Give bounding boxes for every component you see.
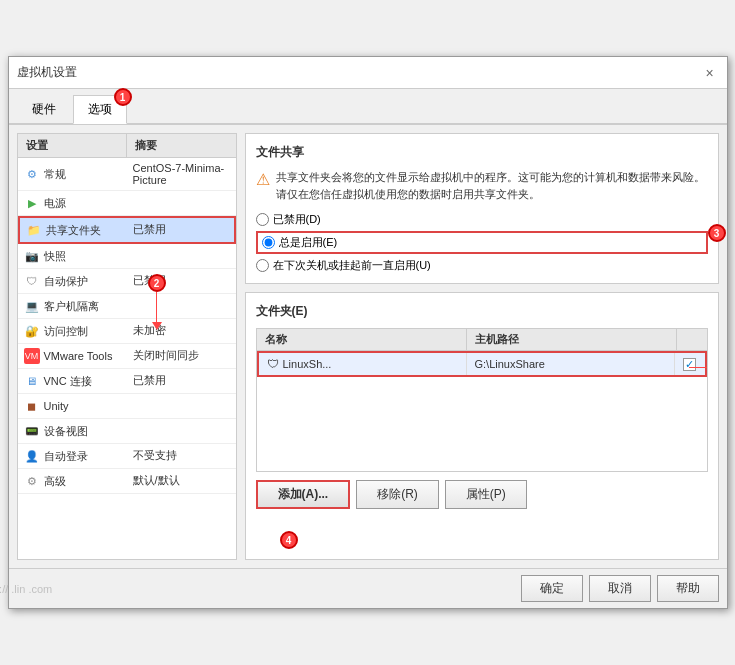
- radio-next-start[interactable]: [256, 259, 269, 272]
- tab-bar: 硬件 选项 1: [9, 89, 727, 125]
- main-dialog: 虚拟机设置 × 硬件 选项 1 设置 摘要 ⚙ 常规 Cent: [8, 56, 728, 609]
- setting-vmwaretools[interactable]: VM VMware Tools 关闭时间同步: [18, 344, 236, 369]
- unity-icon: ◼: [24, 398, 40, 414]
- watermark: http:// .lin .com: [0, 583, 266, 595]
- col-settings: 设置: [18, 134, 127, 157]
- setting-snapshot[interactable]: 📷 快照: [18, 244, 236, 269]
- setting-advanced[interactable]: ⚙ 高级 默认/默认: [18, 469, 236, 494]
- option-next-start[interactable]: 在下次关机或挂起前一直启用(U): [256, 258, 708, 273]
- isolation-icon: 💻: [24, 298, 40, 314]
- warning-icon: ⚠: [256, 170, 270, 202]
- col-path: 主机路径: [467, 329, 677, 350]
- left-settings-panel: 设置 摘要 ⚙ 常规 CentOS-7-Minima-Picture ▶ 电源: [17, 133, 237, 560]
- access-icon: 🔐: [24, 323, 40, 339]
- folder-path-cell: G:\LinuxShare: [467, 353, 675, 375]
- remove-button[interactable]: 移除(R): [356, 480, 439, 509]
- dialog-title: 虚拟机设置: [17, 64, 77, 81]
- setting-autologin[interactable]: 👤 自动登录 不受支持: [18, 444, 236, 469]
- folder-row-icon: 🛡: [267, 357, 279, 371]
- file-sharing-title: 文件共享: [256, 144, 708, 161]
- col-summary: 摘要: [127, 134, 236, 157]
- table-row[interactable]: 🛡 LinuxSh... G:\LinuxShare ✓: [257, 351, 707, 377]
- right-panel: 文件共享 ⚠ 共享文件夹会将您的文件显示给虚拟机中的程序。这可能为您的计算机和数…: [245, 133, 719, 560]
- annotation-3-marker: 3: [708, 224, 726, 242]
- annotation-4-marker: 4: [280, 531, 298, 549]
- general-icon: ⚙: [24, 166, 40, 182]
- folder-check-cell: ✓: [675, 353, 705, 375]
- warning-text: 共享文件夹会将您的文件显示给虚拟机中的程序。这可能为您的计算机和数据带来风险。请…: [276, 169, 708, 202]
- annotation-1: 1: [114, 88, 132, 106]
- option-always[interactable]: 总是启用(E): [256, 231, 708, 254]
- vnc-icon: 🖥: [24, 373, 40, 389]
- advanced-icon: ⚙: [24, 473, 40, 489]
- file-sharing-group: 文件共享 ⚠ 共享文件夹会将您的文件显示给虚拟机中的程序。这可能为您的计算机和数…: [245, 133, 719, 284]
- settings-table-header: 设置 摘要: [18, 134, 236, 158]
- folder-table-title: 文件夹(E): [256, 303, 708, 320]
- folder-table-body: 🛡 LinuxSh... G:\LinuxShare ✓ 5: [257, 351, 707, 471]
- add-button[interactable]: 添加(A)...: [256, 480, 351, 509]
- warning-box: ⚠ 共享文件夹会将您的文件显示给虚拟机中的程序。这可能为您的计算机和数据带来风险…: [256, 169, 708, 202]
- folder-table: 名称 主机路径 🛡 LinuxSh... G:\LinuxShare: [256, 328, 708, 472]
- title-bar: 虚拟机设置 ×: [9, 57, 727, 89]
- properties-button[interactable]: 属性(P): [445, 480, 527, 509]
- close-button[interactable]: ×: [701, 64, 719, 82]
- ok-button[interactable]: 确定: [521, 575, 583, 602]
- option-disabled[interactable]: 已禁用(D): [256, 212, 708, 227]
- col-name: 名称: [257, 329, 467, 350]
- autologin-icon: 👤: [24, 448, 40, 464]
- title-bar-left: 虚拟机设置: [17, 64, 77, 81]
- help-button[interactable]: 帮助: [657, 575, 719, 602]
- folder-table-group: 文件夹(E) 名称 主机路径 🛡 LinuxSh... G:\: [245, 292, 719, 560]
- folder-table-header: 名称 主机路径: [257, 329, 707, 351]
- setting-general[interactable]: ⚙ 常规 CentOS-7-Minima-Picture: [18, 158, 236, 191]
- tab-options[interactable]: 选项 1: [73, 95, 127, 124]
- devices-icon: 📟: [24, 423, 40, 439]
- snapshot-icon: 📷: [24, 248, 40, 264]
- folder-name-cell: 🛡 LinuxSh...: [259, 353, 467, 375]
- setting-vnc[interactable]: 🖥 VNC 连接 已禁用: [18, 369, 236, 394]
- tab-hardware[interactable]: 硬件: [17, 95, 71, 123]
- autoprotect-icon: 🛡: [24, 273, 40, 289]
- cancel-button[interactable]: 取消: [589, 575, 651, 602]
- setting-access[interactable]: 🔐 访问控制 未加密: [18, 319, 236, 344]
- main-content: 设置 摘要 ⚙ 常规 CentOS-7-Minima-Picture ▶ 电源: [9, 125, 727, 568]
- setting-power[interactable]: ▶ 电源: [18, 191, 236, 216]
- setting-unity[interactable]: ◼ Unity: [18, 394, 236, 419]
- annotation-3: 3: [708, 224, 726, 242]
- setting-isolation[interactable]: 💻 客户机隔离: [18, 294, 236, 319]
- vmwaretools-icon: VM: [24, 348, 40, 364]
- setting-shared-folder[interactable]: 📁 共享文件夹 已禁用: [18, 216, 236, 244]
- folder-action-buttons: 添加(A)... 移除(R) 属性(P) 4: [256, 480, 708, 509]
- radio-disabled[interactable]: [256, 213, 269, 226]
- radio-always[interactable]: [262, 236, 275, 249]
- power-icon: ▶: [24, 195, 40, 211]
- setting-autoprotect[interactable]: 🛡 自动保护 已禁用: [18, 269, 236, 294]
- folder-checkbox[interactable]: ✓: [683, 358, 696, 371]
- bottom-bar: http:// .lin .com 确定 取消 帮助: [9, 568, 727, 608]
- col-check: [677, 329, 707, 350]
- annotation-4: 4: [280, 531, 298, 549]
- setting-devices[interactable]: 📟 设备视图: [18, 419, 236, 444]
- folder-icon: 📁: [26, 222, 42, 238]
- sharing-options: 已禁用(D) 总是启用(E) 在下次关机或挂起前一直启用(U) 3: [256, 212, 708, 273]
